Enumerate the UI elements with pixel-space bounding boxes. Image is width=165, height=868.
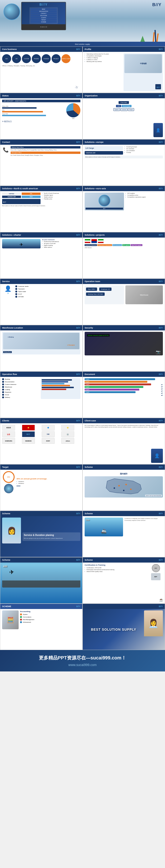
case-person: 👤 — [151, 449, 163, 463]
step-loading: Loading — [5, 389, 10, 390]
euroasia-globe — [86, 193, 123, 208]
scheme-map-header: Scheme B//Y — [83, 465, 165, 470]
cert-badges: ISO B//Y — [149, 564, 163, 580]
clients-logo: B//Y — [76, 420, 80, 422]
accounting-content: 🧮 Accounting System Cost analysis Risk M… — [0, 609, 82, 650]
north-features: North & South American Reliable Agent St… — [42, 192, 80, 204]
service-person-icon: 👤 — [2, 285, 14, 292]
menu-item-clients: CLIENTS — [30, 17, 57, 19]
arrow-2 — [42, 381, 68, 382]
solutions-europe-content: LH Cargo YANRAN AIR Covering Europe Air … — [83, 145, 165, 185]
lh-cargo-label: LH Cargo — [86, 147, 122, 149]
opteam-layout: Rep: 1000+ Employee: 20 Working Time: 24… — [85, 285, 163, 304]
doc-bar-4: English — [85, 386, 143, 388]
menu-item-brief: BRIEF — [30, 8, 57, 10]
scheme-cert-slide: Scheme B//Y Certification & Training Cer… — [82, 557, 165, 603]
service-slide: Service B//Y 👤 ✈ Customer needs Tea — [0, 279, 82, 325]
scheme-map-logo: B//Y — [159, 466, 163, 468]
client-logo8: 🏢 — [61, 431, 74, 437]
svg-point-1 — [125, 484, 127, 485]
acc-text-4: Achievement — [23, 621, 31, 623]
step-delivery: Delivery — [5, 397, 10, 398]
arrow-4 — [42, 385, 70, 386]
projects-logo: B//Y — [159, 234, 163, 236]
svg-point-3 — [113, 487, 115, 489]
best-solution-logo: B//Y — [159, 605, 163, 608]
charter-feat-3: Rights loading — [42, 245, 80, 246]
profile-title: Profile — [85, 48, 91, 51]
headset-person: 👩 — [2, 518, 21, 544]
flow-custom: Custom clearance — [2, 383, 40, 385]
status-title: Status — [2, 94, 9, 97]
circle-project: PROJECT — [52, 54, 61, 63]
sea-layout: 🚢 Sea Continue to integrate sea freight … — [85, 518, 163, 536]
client-case-header: Client-case B//Y — [83, 418, 165, 423]
europe-feat-3: Car schedule — [125, 150, 163, 151]
flow-docs: Documentation — [2, 381, 40, 383]
warehouse-header: Warehouse Location B//Y — [0, 325, 82, 331]
charter-logo: B//Y — [76, 234, 80, 236]
target-www: www — [16, 485, 80, 487]
scheme-air-content: ✈ AIR — [0, 563, 82, 603]
runway — [2, 581, 80, 588]
status-subtitle: AIR EXPORT - 2000T/MONTH — [2, 100, 80, 102]
scheme-sea-logo: B//Y — [159, 513, 163, 515]
profile-slide: Profile B//Y Operating continuously for … — [82, 46, 165, 93]
service-text-area: Service & Duration planing We are going … — [22, 518, 80, 556]
core-business-slide: Core business B//Y SEA AIR CUSTOM TRADIN… — [0, 46, 82, 93]
doc-bar-5: English — [85, 389, 139, 391]
north-feat-3: Stable service — [42, 196, 80, 198]
circle-supply: SUPPLY CHAIN — [62, 54, 70, 63]
warehouse-slide: Warehouse Location B//Y ● Beijing ● Shan… — [0, 325, 82, 371]
europe-feat-2: Air schedule — [125, 148, 163, 149]
circle-sea: SEA — [2, 54, 11, 63]
cert-content: Certification & Training Certification: … — [83, 563, 165, 603]
org-gm: GM — [116, 105, 121, 107]
cover-slide: B//Y BRIEF ORGANIZATION CONTACT SOLUTION… — [0, 0, 165, 46]
status-charts: Others 45% 65% Trend 70% 35% — [2, 103, 80, 119]
yanran-label: YANRAN AIR — [86, 152, 122, 154]
accounting-visual: 🧮 — [2, 611, 19, 629]
service-person-area: 👩 — [2, 518, 21, 556]
scheme-map-content: 国内城市 plan to set up more branches — [83, 470, 165, 510]
projects-header: Solutions—projects B//Y — [83, 232, 165, 238]
office-shanghai-addr: No.1 South Suzhou Road, HuangPu District… — [10, 155, 80, 156]
scheme-china-map: plan to set up more branches — [85, 476, 163, 497]
step-docs: Documentation — [5, 381, 14, 382]
service-text-2: Teamwork — [18, 288, 25, 290]
pie-label: 35% — [66, 118, 80, 119]
monitor-menu: BRIEF ORGANIZATION CONTACT SOLUTIONS CLI… — [30, 7, 58, 24]
target-header: Target B//Y — [0, 465, 82, 470]
solutions-north-header: Solutions—North & south american B//Y — [0, 186, 82, 191]
client-vw: VW — [42, 431, 55, 437]
location-beijing: ● Beijing — [8, 336, 14, 338]
status-pie: 35% — [66, 103, 80, 119]
accounting-header: SCHEME B//Y — [0, 604, 82, 609]
sea-desc: Continue to integrate sea freight soluti… — [125, 518, 163, 522]
projects-content: Equipment Materials Performance Instrume… — [83, 238, 165, 278]
airline-jal: JAL — [22, 192, 40, 195]
charter-layout: ✈ 10 years teamwork Professional attenda… — [2, 239, 80, 248]
opflow-content: Booking Documentation Custom clearance W… — [0, 377, 82, 417]
scheme-map-cn-title: 国内城市 — [120, 473, 128, 475]
solutions-north-slide: Solutions—North & south american B//Y UN… — [0, 186, 82, 232]
accounting-item-4: Achievement — [20, 621, 80, 623]
target-visuals: 30% — [2, 471, 15, 493]
europe-note-text: More options on the air routes in Europe… — [85, 156, 162, 158]
airline-ana: ANA — [22, 196, 40, 198]
sea-image: 🚢 Sea — [85, 518, 123, 536]
status-content: AIR EXPORT - 2000T/MONTH Others 45% 65% … — [0, 98, 82, 139]
acc-dot-3 — [20, 619, 22, 621]
bullet-5: Working with top airlines — [85, 61, 122, 62]
coffee-icon: ☕ — [159, 598, 164, 602]
flow-arrival: Arrival — [2, 394, 40, 396]
core-business-content: SEA AIR CUSTOM TRADING OVERSEA PROJECT S… — [0, 52, 82, 93]
menu-item-scheme: SCHEME — [30, 21, 57, 23]
person-silhouette: 👤 — [154, 123, 163, 137]
phone-icon: 📞 — [3, 147, 9, 153]
solutions-euroasia-slide: Solutions—euro-asia B//Y B//Y All Freigh… — [82, 186, 165, 232]
warehouse-logo: B//Y — [76, 327, 80, 329]
plane-decoration: ✈ — [74, 84, 79, 91]
target-main-text: 30% on annual growth of tonnage. — [16, 478, 80, 480]
scheme-service-title: Scheme — [2, 513, 10, 515]
